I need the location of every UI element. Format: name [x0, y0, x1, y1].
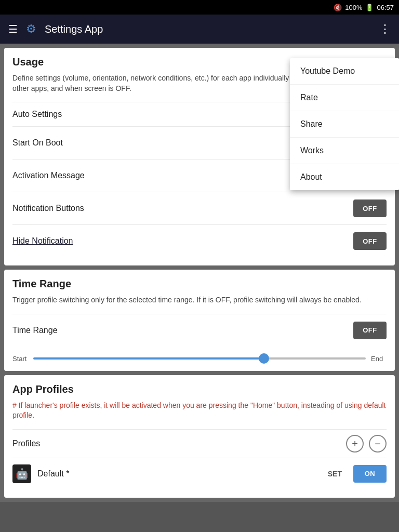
- dropdown-menu: Youtube Demo Rate Share Works About: [290, 58, 399, 190]
- hide-notification-toggle[interactable]: OFF: [353, 232, 387, 250]
- profiles-label: Profiles: [12, 439, 40, 448]
- hide-notification-row: Hide Notification OFF: [12, 224, 387, 257]
- notification-buttons-label: Notification Buttons: [12, 204, 84, 213]
- app-profiles-card: App Profiles # If launcher's profile exi…: [4, 375, 395, 498]
- battery-percentage: 100%: [345, 4, 362, 11]
- start-on-boot-label: Start On Boot: [12, 138, 63, 148]
- time-range-title: Time Range: [12, 278, 387, 290]
- notification-buttons-toggle[interactable]: OFF: [353, 200, 387, 217]
- app-profiles-note: # If launcher's profile exists, it will …: [12, 401, 387, 421]
- gear-icon: ⚙: [26, 22, 36, 36]
- activation-message-label: Activation Message: [12, 171, 85, 180]
- default-profile-name: Default *: [37, 469, 316, 478]
- clock: 06:57: [377, 4, 394, 11]
- time-range-toggle[interactable]: OFF: [353, 322, 387, 339]
- menu-item-youtube-demo[interactable]: Youtube Demo: [290, 58, 399, 85]
- default-profile-row: 🤖 Default * SET ON: [12, 458, 387, 489]
- default-profile-toggle[interactable]: ON: [353, 465, 387, 483]
- status-bar: 🔇 100% 🔋 06:57: [0, 0, 399, 15]
- time-range-slider-container: Start End: [12, 355, 387, 363]
- battery-icon: 🔋: [365, 4, 374, 11]
- time-range-description: Trigger profile switching only for the s…: [12, 295, 387, 305]
- more-icon[interactable]: ⋮: [379, 22, 391, 36]
- time-range-label: Time Range: [12, 326, 58, 335]
- slider-start-label: Start: [12, 355, 28, 363]
- remove-profile-button[interactable]: −: [369, 435, 387, 453]
- time-range-card: Time Range Trigger profile switching onl…: [4, 270, 395, 371]
- hamburger-icon[interactable]: ☰: [8, 23, 18, 35]
- hide-notification-label: Hide Notification: [12, 236, 73, 246]
- app-profiles-title: App Profiles: [12, 383, 387, 395]
- slider-end-label: End: [371, 355, 387, 363]
- profile-actions: + −: [346, 435, 387, 453]
- time-range-slider-end[interactable]: [33, 357, 366, 360]
- menu-item-rate[interactable]: Rate: [290, 85, 399, 111]
- profiles-row: Profiles + −: [12, 429, 387, 458]
- app-bar: ☰ ⚙ Settings App ⋮ Youtube Demo Rate Sha…: [0, 15, 399, 44]
- add-profile-button[interactable]: +: [346, 435, 364, 453]
- menu-item-about[interactable]: About: [290, 164, 399, 190]
- menu-item-works[interactable]: Works: [290, 138, 399, 164]
- menu-item-share[interactable]: Share: [290, 111, 399, 138]
- mute-icon: 🔇: [334, 4, 342, 11]
- set-profile-button[interactable]: SET: [323, 467, 347, 481]
- time-range-row: Time Range OFF: [12, 314, 387, 347]
- notification-buttons-row: Notification Buttons OFF: [12, 192, 387, 224]
- auto-settings-label: Auto Settings: [12, 110, 62, 119]
- android-icon: 🤖: [12, 464, 31, 483]
- app-title: Settings App: [45, 23, 103, 35]
